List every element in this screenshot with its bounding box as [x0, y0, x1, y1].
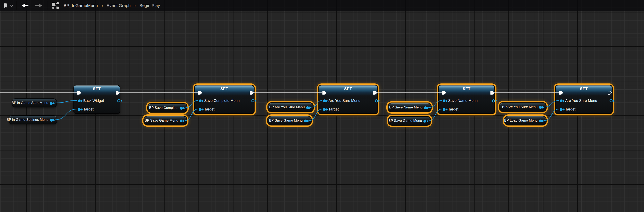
variable-output-pin[interactable] — [180, 107, 185, 110]
chevron-down-icon — [10, 5, 13, 7]
variable-pin-label: Are You Sure Menu — [565, 99, 597, 103]
variable-node-label: BP in Game Settings Menu — [6, 118, 48, 122]
variable-pin-label: Save Complete Menu — [204, 99, 240, 103]
target-pin-label: Target — [328, 107, 339, 112]
variable-output-pin[interactable] — [306, 106, 311, 109]
variable-pin-label: Back Widget — [83, 99, 104, 103]
variable-get-node[interactable]: BP in Game Start Menu — [12, 98, 57, 108]
variable-input-pin[interactable] — [442, 99, 448, 102]
variable-get-node[interactable]: BP in Game Settings Menu — [9, 115, 57, 124]
variable-node-label: BP Save Name Menu — [389, 105, 422, 110]
exec-out-pin[interactable] — [373, 91, 377, 95]
variable-get-node[interactable]: BP Save Game Menu — [268, 116, 311, 125]
breadcrumb-begin-play[interactable]: Begin Play — [139, 3, 160, 8]
bookmarks-button[interactable] — [3, 3, 13, 9]
variable-output-pin[interactable] — [539, 106, 544, 109]
target-input-pin[interactable] — [78, 108, 83, 111]
navigate-back-button[interactable] — [22, 3, 29, 8]
set-node-title: SET — [195, 86, 254, 91]
graph-type-button — [52, 2, 59, 9]
exec-in-pin[interactable] — [198, 91, 202, 95]
variable-node-label: BP Are You Sure Menu — [502, 105, 538, 109]
variable-output-pin[interactable] — [539, 119, 544, 123]
exec-in-pin[interactable] — [559, 91, 563, 95]
set-node-title: SET — [319, 86, 377, 91]
toolbar-divider — [16, 1, 17, 10]
variable-pin-label: Save Name Menu — [448, 99, 478, 103]
target-pin-label: Target — [83, 107, 94, 112]
variable-ref-output-pin[interactable] — [610, 99, 615, 102]
set-node[interactable]: SET Save Name Menu Target — [438, 85, 495, 114]
graph-icon — [52, 2, 59, 9]
variable-input-pin[interactable] — [323, 99, 328, 102]
variable-output-pin[interactable] — [304, 119, 309, 123]
exec-out-pin[interactable] — [608, 91, 612, 95]
variable-node-label: BP Save Game Menu — [269, 119, 303, 123]
exec-out-pin[interactable] — [250, 91, 254, 95]
event-graph-canvas[interactable]: BP in Game Start Menu BP in Game Setting… — [0, 0, 644, 212]
variable-node-label: BP Save Game Menu — [145, 119, 178, 123]
breadcrumb-blueprint-name[interactable]: BP_InGameMenu — [64, 3, 98, 8]
variable-get-node[interactable]: BP Are You Sure Menu — [500, 102, 546, 112]
variable-get-node[interactable]: BP Save Name Menu — [388, 103, 431, 112]
variable-ref-output-pin[interactable] — [375, 99, 380, 102]
toolbar-divider — [47, 1, 48, 10]
set-node[interactable]: SET Save Complete Menu Target — [194, 85, 254, 114]
arrow-forward-icon — [35, 3, 42, 8]
target-input-pin[interactable] — [323, 108, 328, 111]
variable-output-pin[interactable] — [423, 120, 428, 123]
navigate-forward-button[interactable] — [35, 3, 42, 8]
variable-get-node[interactable]: BP Save Game Menu — [388, 116, 430, 125]
variable-input-pin[interactable] — [198, 99, 204, 102]
breadcrumb-separator: › — [134, 3, 136, 9]
variable-node-label: BP Are You Sure Menu — [269, 105, 305, 109]
variable-get-node[interactable]: BP Save Game Menu — [144, 116, 187, 125]
breadcrumb-separator: › — [102, 3, 103, 9]
variable-input-pin[interactable] — [560, 99, 565, 102]
bookmark-icon — [3, 3, 8, 9]
arrow-back-icon — [22, 3, 29, 8]
variable-output-pin[interactable] — [50, 102, 55, 105]
set-node-title: SET — [439, 86, 494, 91]
target-input-pin[interactable] — [560, 108, 565, 111]
variable-node-label: BP Save Complete — [149, 106, 178, 110]
variable-node-label: BP Save Game Menu — [388, 119, 422, 123]
target-input-pin[interactable] — [442, 108, 448, 111]
blueprint-editor: BP in Game Start Menu BP in Game Setting… — [0, 0, 644, 212]
target-pin-label: Target — [448, 107, 458, 112]
exec-in-pin[interactable] — [442, 91, 446, 95]
variable-ref-output-pin[interactable] — [251, 99, 257, 102]
breadcrumb-event-graph[interactable]: Event Graph — [106, 3, 131, 8]
variable-get-node[interactable]: BP Load Game Menu — [505, 116, 546, 125]
set-node[interactable]: SET Back Widget Target — [74, 85, 120, 114]
variable-node-label: BP Load Game Menu — [504, 119, 538, 123]
variable-get-node[interactable]: BP Are You Sure Menu — [268, 103, 313, 112]
set-node[interactable]: SET Are You Sure Menu Target — [556, 85, 612, 114]
set-node[interactable]: SET Are You Sure Menu Target — [318, 85, 378, 114]
exec-in-pin[interactable] — [322, 91, 326, 95]
graph-toolbar: BP_InGameMenu › Event Graph › Begin Play — [0, 0, 644, 11]
exec-in-pin[interactable] — [77, 91, 82, 95]
target-pin-label: Target — [565, 107, 576, 112]
target-input-pin[interactable] — [198, 108, 204, 111]
variable-pin-label: Are You Sure Menu — [328, 99, 360, 103]
exec-out-pin[interactable] — [490, 91, 494, 95]
exec-out-pin[interactable] — [116, 91, 120, 95]
set-node-title: SET — [556, 86, 612, 91]
variable-ref-output-pin[interactable] — [492, 99, 498, 102]
variable-output-pin[interactable] — [180, 119, 185, 123]
variable-ref-output-pin[interactable] — [117, 99, 123, 102]
variable-get-node[interactable]: BP Save Complete — [148, 103, 187, 112]
variable-input-pin[interactable] — [78, 99, 83, 102]
variable-node-label: BP in Game Start Menu — [12, 101, 48, 105]
set-node-title: SET — [74, 86, 120, 91]
variable-output-pin[interactable] — [424, 106, 429, 110]
target-pin-label: Target — [204, 107, 214, 112]
variable-output-pin[interactable] — [50, 119, 55, 122]
